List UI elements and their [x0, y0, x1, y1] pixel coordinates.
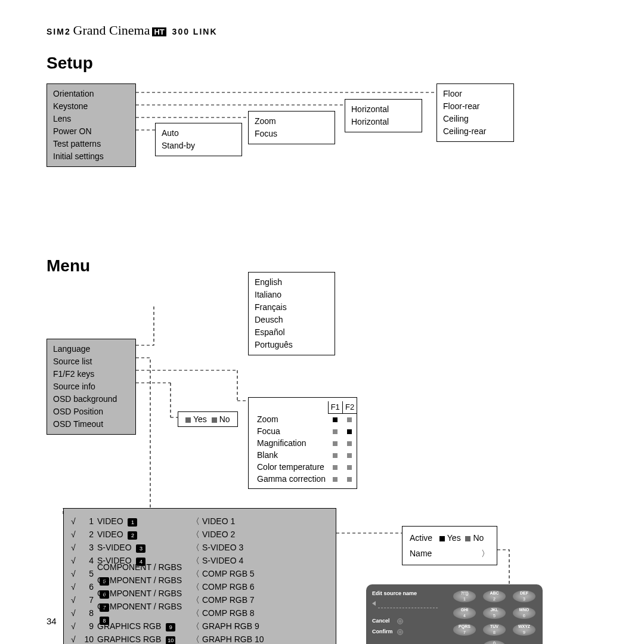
f1f2-row-label: Zoom — [255, 413, 328, 425]
keypad-key[interactable]: PQRS7 — [453, 624, 476, 636]
keypad-key[interactable]: GHI4 — [453, 607, 476, 619]
page-header: SIM2 Grand Cinema HT 300 LINK — [47, 23, 597, 38]
f1-header: F1 — [328, 401, 342, 413]
source-badge: 10 — [166, 636, 175, 644]
check-icon: √ — [71, 515, 82, 528]
chevron-left-icon: 〈 — [189, 541, 202, 554]
confirm-label: Confirm — [372, 626, 397, 637]
check-icon: √ — [71, 567, 82, 580]
chevron-right-icon: 〉 — [481, 547, 490, 560]
lang-item: Português — [255, 339, 329, 351]
source-name: S-VIDEO 3 — [97, 541, 189, 554]
lang-item: English — [255, 276, 329, 289]
source-right: S-VIDEO 3 — [202, 541, 329, 554]
f1f2-row-label: Focua — [255, 425, 328, 437]
orientation-box: Floor Floor-rear Ceiling Ceiling-rear — [436, 83, 514, 142]
setup-heading: Setup — [47, 54, 597, 73]
source-right: S-VIDEO 4 — [202, 554, 329, 567]
orientation-item: Floor — [443, 88, 507, 100]
cancel-button[interactable] — [397, 618, 403, 624]
edit-source-panel: Edit source name Cancel Confirm ?!'()1AB… — [366, 584, 543, 644]
check-icon: √ — [71, 606, 82, 620]
setup-diagram: Orientation Keystone Lens Power ON Test … — [47, 83, 597, 227]
chevron-left-icon: 〈 — [189, 567, 202, 580]
keypad-key[interactable]: DEF3 — [513, 590, 535, 602]
menu-main-box: Language Source list F1/F2 keys Source i… — [47, 339, 136, 435]
orientation-item: Ceiling — [443, 113, 507, 125]
chevron-left-icon: 〈 — [189, 515, 202, 528]
menu-item: Source list — [53, 355, 129, 368]
yes-no-box: Yes No — [178, 411, 238, 427]
setup-item: Test patterns — [53, 138, 129, 150]
lens-item: Focus — [255, 128, 329, 140]
brand-link: 300 LINK — [172, 27, 218, 36]
setup-item: Keystone — [53, 100, 129, 113]
menu-item: Source info — [53, 380, 129, 393]
keystone-item: Horizontal — [351, 116, 416, 128]
source-num: 5 — [82, 567, 94, 580]
menu-diagram: Language Source list F1/F2 keys Source i… — [47, 305, 597, 644]
active-yes: Yes — [447, 533, 461, 543]
chevron-left-icon: 〈 — [189, 606, 202, 620]
lens-item: Zoom — [255, 115, 329, 128]
source-name: VIDEO 2 — [97, 528, 189, 541]
chevron-left-icon: 〈 — [189, 528, 202, 541]
source-right: COMP RGB 6 — [202, 580, 329, 593]
source-right: COMP RGB 8 — [202, 606, 329, 620]
lang-item: Français — [255, 301, 329, 314]
confirm-button[interactable] — [397, 629, 403, 635]
lang-item: Español — [255, 326, 329, 339]
keypad-key[interactable]: WXYZ9 — [513, 624, 535, 636]
active-label: Active — [410, 533, 432, 543]
check-icon: √ — [71, 633, 82, 644]
source-name: GRAPHICS RGB 10 — [97, 633, 189, 644]
yes-label: Yes — [193, 414, 207, 424]
keypad-key[interactable]: TUV8 — [483, 624, 506, 636]
source-row: √8COMPONENT / RGBS 8〈COMP RGB 8 — [71, 606, 329, 620]
setup-item: Power ON — [53, 125, 129, 138]
keypad-key[interactable]: ABC2 — [483, 590, 506, 602]
source-right: GRAPH RGB 10 — [202, 633, 329, 644]
source-num: 7 — [82, 593, 94, 606]
keypad-key[interactable]: MNO6 — [513, 607, 535, 619]
check-icon: √ — [71, 593, 82, 606]
language-box: English Italiano Français Deusch Español… — [248, 272, 335, 355]
f2-header: F2 — [342, 401, 357, 413]
keypad: ?!'()1ABC2DEF3GHI4JKL5MNO6PQRS7TUV8WXYZ9… — [453, 590, 537, 644]
active-name-label: Name — [410, 547, 432, 560]
keypad-key[interactable]: JKL5 — [483, 607, 506, 619]
menu-item: OSD Timeout — [53, 418, 129, 431]
power-box: Auto Stand-by — [155, 123, 242, 156]
chevron-left-icon: 〈 — [189, 554, 202, 567]
source-row: √1VIDEO 1〈VIDEO 1 — [71, 515, 329, 528]
chevron-left-icon: 〈 — [189, 620, 202, 633]
setup-item: Lens — [53, 113, 129, 125]
keystone-item: Horizontal — [351, 103, 416, 116]
lang-item: Deusch — [255, 314, 329, 326]
setup-item: Orientation — [53, 88, 129, 100]
f1f2-box: F1F2 Zoom Focua Magnification Blank Colo… — [248, 397, 357, 489]
orientation-item: Ceiling-rear — [443, 125, 507, 138]
source-right: VIDEO 1 — [202, 515, 329, 528]
orientation-item: Floor-rear — [443, 100, 507, 113]
keypad-key[interactable]: 0 — [483, 640, 506, 644]
source-row: √9GRAPHICS RGB 9〈GRAPH RGB 9 — [71, 620, 329, 633]
chevron-left-icon: 〈 — [189, 593, 202, 606]
source-num: 10 — [82, 633, 94, 644]
f1f2-row-label: Color temperature — [255, 461, 328, 473]
source-right: COMP RGB 5 — [202, 567, 329, 580]
source-badge: 9 — [166, 623, 175, 631]
setup-item: Initial settings — [53, 150, 129, 163]
source-row: √3S-VIDEO 3〈S-VIDEO 3 — [71, 541, 329, 554]
edit-input[interactable] — [378, 600, 438, 608]
source-badge: 2 — [128, 531, 137, 540]
chevron-left-icon: 〈 — [189, 580, 202, 593]
source-row: √10GRAPHICS RGB 10〈GRAPH RGB 10 — [71, 633, 329, 644]
menu-item: OSD Position — [53, 405, 129, 418]
cancel-label: Cancel — [372, 615, 397, 626]
check-icon: √ — [71, 528, 82, 541]
keypad-key[interactable]: ?!'()1 — [453, 590, 476, 602]
chevron-left-icon: 〈 — [189, 633, 202, 644]
keystone-box: Horizontal Horizontal — [345, 99, 422, 132]
source-right: GRAPH RGB 9 — [202, 620, 329, 633]
